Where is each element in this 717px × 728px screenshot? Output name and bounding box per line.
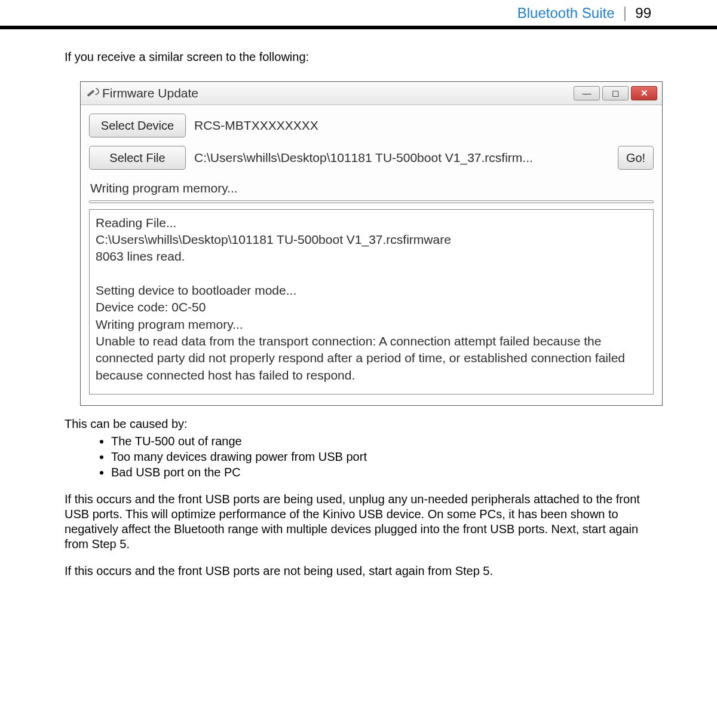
header-page-number: 99 bbox=[635, 5, 651, 22]
select-device-button[interactable]: Select Device bbox=[89, 114, 186, 137]
minimize-button[interactable]: — bbox=[574, 86, 600, 100]
file-row: Select File C:\Users\whills\Desktop\1011… bbox=[89, 146, 654, 170]
select-file-button[interactable]: Select File bbox=[89, 146, 186, 170]
causes-list: The TU-500 out of range Too many devices… bbox=[111, 434, 652, 480]
device-row: Select Device RCS-MBTXXXXXXXX bbox=[89, 114, 654, 137]
window-title: Firmware Update bbox=[102, 85, 574, 101]
firmware-update-window: Firmware Update — ◻ ✕ Select Device RCS-… bbox=[80, 81, 663, 406]
wrench-icon bbox=[85, 87, 97, 99]
close-button[interactable]: ✕ bbox=[631, 86, 657, 100]
causes-intro: This can be caused by: bbox=[65, 417, 652, 432]
go-button[interactable]: Go! bbox=[618, 146, 654, 170]
progress-bar bbox=[89, 200, 654, 203]
list-item: The TU-500 out of range bbox=[111, 434, 652, 449]
dialog-body: Select Device RCS-MBTXXXXXXXX Select Fil… bbox=[81, 105, 662, 405]
header-separator: | bbox=[623, 4, 627, 22]
intro-text: If you receive a similar screen to the f… bbox=[65, 50, 652, 65]
paragraph-front-ports-used: If this occurs and the front USB ports a… bbox=[65, 492, 652, 552]
list-item: Too many devices drawing power from USB … bbox=[111, 449, 652, 464]
header-section: Bluetooth Suite bbox=[517, 5, 615, 22]
maximize-button[interactable]: ◻ bbox=[602, 86, 629, 100]
after-screenshot: This can be caused by: The TU-500 out of… bbox=[65, 417, 652, 579]
page-header: Bluetooth Suite | 99 bbox=[0, 0, 717, 26]
window-titlebar: Firmware Update — ◻ ✕ bbox=[81, 82, 662, 105]
list-item: Bad USB port on the PC bbox=[111, 465, 652, 480]
page-content: If you receive a similar screen to the f… bbox=[0, 29, 717, 614]
paragraph-front-ports-not-used: If this occurs and the front USB ports a… bbox=[65, 564, 652, 579]
device-value: RCS-MBTXXXXXXXX bbox=[194, 118, 654, 133]
file-value: C:\Users\whills\Desktop\101181 TU-500boo… bbox=[194, 150, 612, 166]
log-output: Reading File... C:\Users\whills\Desktop\… bbox=[89, 209, 654, 394]
status-text: Writing program memory... bbox=[90, 181, 654, 196]
window-controls: — ◻ ✕ bbox=[574, 86, 657, 100]
